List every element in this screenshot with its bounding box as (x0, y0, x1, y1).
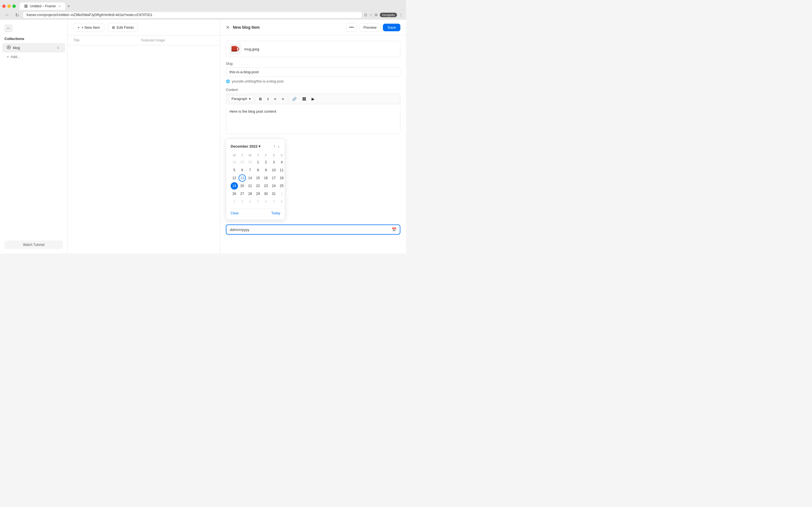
right-panel: ✕ New blog Item ••• Preview Save (220, 20, 406, 253)
more-options-button[interactable]: ••• (346, 23, 357, 32)
calendar-day[interactable]: 3 (270, 159, 277, 166)
calendar-day[interactable]: 16 (262, 174, 269, 182)
calendar-day[interactable]: 9 (262, 166, 269, 174)
calendar-next-button[interactable]: ↓ (277, 144, 280, 149)
bold-button[interactable]: B (257, 96, 264, 102)
calendar-day[interactable]: 22 (254, 182, 262, 189)
calendar-day[interactable]: 5 (231, 166, 238, 174)
calendar-day[interactable]: 3 (239, 198, 246, 205)
content-editor[interactable]: Here is the blog post content (226, 106, 400, 134)
calendar-day[interactable]: 20 (239, 182, 246, 189)
calendar-day[interactable]: 11 (278, 166, 285, 174)
sidebar-back-button[interactable]: ← (4, 24, 12, 32)
calendar-day[interactable]: 10 (270, 166, 277, 174)
calendar-day[interactable]: 6 (239, 166, 246, 174)
main-toolbar: + + New Item ⊞ Edit Fields (68, 20, 220, 36)
paragraph-label: Paragraph (232, 97, 247, 101)
forward-nav-button[interactable]: ↻ (13, 12, 20, 18)
sidebar: ← Collections blog 0 + Add... Watch Tuto… (0, 20, 68, 253)
column-header-title: Title (73, 38, 130, 42)
sidebar-item-count-blog: 0 (56, 46, 61, 50)
calendar-day[interactable]: 1 (278, 190, 285, 198)
calendar-day[interactable]: 2 (231, 198, 238, 205)
back-icon: ← (6, 26, 10, 31)
content-toolbar: Paragraph ▾ B I ≡ ≡ 🔗 🖼 ▶ (226, 94, 400, 104)
calendar-day[interactable]: 29 (254, 190, 262, 198)
calendar-day[interactable]: 12 (231, 174, 238, 182)
calendar-day[interactable]: 26 (231, 190, 238, 198)
svg-rect-4 (232, 50, 237, 52)
calendar-popup: December 2022 ▾ ↑ ↓ M T W T F S (226, 138, 285, 220)
date-input[interactable] (230, 228, 392, 232)
watch-tutorial-button[interactable]: Watch Tutorial (4, 240, 63, 249)
tab-close-icon[interactable]: ✕ (58, 5, 61, 8)
close-window-button[interactable] (2, 4, 6, 8)
calendar-day[interactable]: 25 (278, 182, 285, 189)
calendar-day[interactable]: 24 (270, 182, 277, 189)
italic-button[interactable]: I (265, 96, 271, 102)
video-button[interactable]: ▶ (309, 96, 317, 102)
new-item-button[interactable]: + + New Item (73, 23, 104, 32)
browser-chrome: 🖼 Untitled – Framer ✕ + ← ↻ framer.com/p… (0, 0, 406, 20)
calendar-prev-button[interactable]: ↑ (273, 144, 276, 149)
sidebar-title: Collections (0, 37, 67, 43)
calendar-day[interactable]: 7 (246, 166, 254, 174)
calendar-day[interactable]: 30 (262, 190, 269, 198)
calendar-day[interactable]: 14 (246, 174, 254, 182)
unordered-list-button[interactable]: ≡ (272, 96, 278, 102)
calendar-today-button[interactable]: Today (271, 211, 280, 215)
url-bar[interactable]: framer.com/projects/Untitled--mZ98oDWaPJ… (23, 11, 362, 18)
svg-point-6 (232, 46, 236, 47)
calendar-day[interactable]: 1 (254, 159, 262, 166)
calendar-day[interactable]: 21 (246, 182, 254, 189)
table-header: Title Featured Image (68, 36, 220, 45)
calendar-day[interactable]: 7 (270, 198, 277, 205)
calendar-input-icon[interactable]: 📅 (392, 227, 396, 232)
day-header-sun: S (278, 152, 285, 158)
back-nav-button[interactable]: ← (3, 12, 11, 18)
tab-title: Untitled – Framer (30, 4, 56, 8)
calendar-day[interactable]: 18 (278, 174, 285, 182)
sidebar-add-button[interactable]: + Add... (2, 52, 65, 61)
calendar-day[interactable]: 5 (254, 198, 262, 205)
sidebar-item-blog[interactable]: blog 0 (2, 43, 65, 52)
calendar-day[interactable]: 28 (231, 159, 238, 166)
calendar-day[interactable]: 8 (254, 166, 262, 174)
minimize-window-button[interactable] (7, 4, 11, 8)
paragraph-select[interactable]: Paragraph ▾ (229, 96, 253, 102)
maximize-window-button[interactable] (12, 4, 16, 8)
browser-tab[interactable]: 🖼 Untitled – Framer ✕ (20, 3, 65, 10)
preview-button[interactable]: Preview (359, 23, 380, 32)
calendar-day-selected[interactable]: 19 (231, 182, 238, 189)
chevron-down-icon: ▾ (249, 97, 251, 101)
calendar-day[interactable]: 29 (239, 159, 246, 166)
calendar-day[interactable]: 8 (278, 198, 285, 205)
calendar-day[interactable]: 6 (262, 198, 269, 205)
panel-close-button[interactable]: ✕ (226, 25, 230, 30)
day-header-sat: S (270, 152, 277, 158)
image-field-container[interactable]: mug.jpeg (226, 41, 400, 57)
calendar-day[interactable]: 23 (262, 182, 269, 189)
table-body (68, 45, 220, 253)
calendar-day[interactable]: 4 (278, 159, 285, 166)
calendar-day[interactable]: 27 (239, 190, 246, 198)
calendar-day[interactable]: 17 (270, 174, 277, 182)
ordered-list-button[interactable]: ≡ (280, 96, 287, 102)
calendar-day[interactable]: 28 (246, 190, 254, 198)
calendar-day[interactable]: 30 (246, 159, 254, 166)
calendar-clear-button[interactable]: Clear (231, 211, 239, 215)
save-button[interactable]: Save (383, 24, 400, 31)
calendar-day-today[interactable]: 13 (239, 174, 246, 182)
image-button[interactable]: 🖼 (300, 96, 308, 102)
link-button[interactable]: 🔗 (290, 96, 299, 102)
slug-input[interactable] (226, 67, 400, 76)
image-thumbnail (230, 43, 241, 55)
edit-fields-button[interactable]: ⊞ Edit Fields (108, 23, 138, 32)
day-header-fri: F (262, 152, 269, 158)
calendar-day[interactable]: 4 (246, 198, 254, 205)
plus-icon: + (78, 25, 80, 30)
calendar-day[interactable]: 2 (262, 159, 269, 166)
calendar-day[interactable]: 15 (254, 174, 262, 182)
calendar-day[interactable]: 31 (270, 190, 277, 198)
new-tab-button[interactable]: + (66, 3, 71, 10)
